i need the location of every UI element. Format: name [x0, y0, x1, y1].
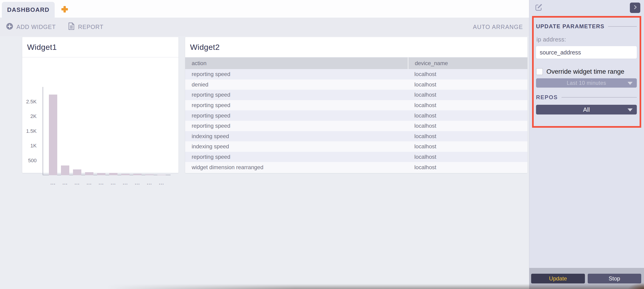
table-row[interactable]: indexing speedlocalhost [185, 131, 528, 142]
repos-value: All [583, 106, 590, 113]
cell-device-name: localhost [408, 164, 528, 170]
table-row[interactable]: reporting speedlocalhost [185, 90, 528, 100]
x-tick-label: ... [73, 180, 81, 186]
table-row[interactable]: widget dimension rearrangedlocalhost [185, 162, 528, 172]
chart-bar [49, 94, 57, 175]
cell-device-name: localhost [408, 81, 528, 88]
y-tick-label: 1.5K [26, 128, 36, 134]
cell-device-name: localhost [408, 154, 528, 160]
add-circle-icon [6, 23, 13, 31]
cell-action: reporting speed [185, 102, 408, 108]
chart-bar [145, 174, 154, 175]
auto-arrange-label: AUTO ARRANGE [473, 24, 523, 30]
table-row[interactable]: reporting speedlocalhost [185, 69, 528, 80]
edit-compose-icon[interactable] [534, 3, 543, 12]
cell-device-name: localhost [408, 102, 528, 108]
table-body: reporting speedlocalhostdeniedlocalhostr… [185, 69, 528, 172]
cell-action: denied [185, 81, 408, 88]
table-row[interactable]: reporting speedlocalhost [185, 110, 528, 121]
override-time-range-label: Override widget time range [546, 68, 624, 75]
update-button[interactable]: Update [531, 274, 585, 284]
y-tick-label: 500 [28, 158, 36, 164]
report-label: REPORT [78, 24, 104, 30]
tab-dashboard[interactable]: DASHBOARD [2, 2, 55, 18]
widget1-card[interactable]: Widget1 5001K1.5K2K2.5K ................… [22, 37, 178, 173]
ip-address-input[interactable] [536, 46, 637, 59]
cell-action: indexing speed [185, 133, 408, 140]
cell-action: reporting speed [185, 154, 408, 160]
table-row[interactable]: deniedlocalhost [185, 80, 528, 90]
x-tick-label: ... [145, 180, 154, 186]
chart-bars [43, 87, 166, 175]
x-tick-label: ... [133, 180, 142, 186]
y-tick-label: 2.5K [26, 99, 36, 105]
y-tick-label: 1K [30, 143, 36, 149]
table-header-device-name[interactable]: device_name [408, 58, 528, 69]
repos-dropdown[interactable]: All [536, 105, 637, 114]
chart-bar [157, 175, 166, 175]
x-tick-label: ... [61, 180, 69, 186]
table-row[interactable]: reporting speedlocalhost [185, 152, 528, 162]
override-time-range-checkbox[interactable] [536, 68, 543, 75]
override-time-range-row: Override widget time range [536, 68, 637, 75]
y-tick-label: 2K [30, 113, 36, 119]
caret-down-icon [628, 108, 633, 112]
time-range-dropdown[interactable]: Last 10 minutes [536, 78, 637, 88]
x-tick-label: ... [121, 180, 130, 186]
repos-title: REPOS [536, 94, 558, 100]
x-tick-label: ... [49, 180, 57, 186]
sidebar-footer: Update Stop [529, 268, 644, 289]
update-parameters-panel: UPDATE PARAMETERS ip address: Override w… [532, 16, 641, 128]
update-parameters-header: UPDATE PARAMETERS [536, 23, 637, 30]
add-widget-button[interactable]: ADD WIDGET [6, 23, 56, 31]
cell-action: reporting speed [185, 122, 408, 129]
ip-address-label: ip address: [536, 36, 637, 43]
main-area: DASHBOARD ADD WIDGET [0, 0, 529, 289]
report-document-icon [68, 22, 75, 32]
tab-dashboard-label: DASHBOARD [7, 6, 50, 14]
cell-action: reporting speed [185, 71, 408, 78]
section-divider-line [608, 26, 637, 27]
x-tick-label: ... [85, 180, 94, 186]
cell-action: indexing speed [185, 143, 408, 150]
chart-y-axis-labels: 5001K1.5K2K2.5K [22, 87, 40, 175]
time-range-value: Last 10 minutes [567, 80, 606, 86]
update-parameters-title: UPDATE PARAMETERS [536, 23, 604, 30]
x-tick-label: ... [97, 180, 106, 186]
widget2-title: Widget2 [185, 37, 528, 58]
app-window: DASHBOARD ADD WIDGET [0, 0, 644, 289]
stop-button[interactable]: Stop [588, 274, 642, 284]
table-row[interactable]: indexing speedlocalhost [185, 141, 528, 152]
x-tick-label: ... [157, 180, 166, 186]
new-tab-button[interactable] [55, 2, 74, 18]
tab-bar: DASHBOARD [0, 0, 529, 18]
chart-bar [73, 170, 81, 175]
chart-bar [97, 173, 106, 175]
caret-down-icon [628, 82, 633, 85]
table-row[interactable]: reporting speedlocalhost [185, 100, 528, 110]
table-row[interactable]: reporting speedlocalhost [185, 121, 528, 131]
chart-bar [133, 174, 142, 175]
dashboard-toolbar: ADD WIDGET REPORT AUTO ARRANGE [0, 18, 529, 36]
widget1-bar-chart: 5001K1.5K2K2.5K ........................… [22, 58, 178, 172]
cell-device-name: localhost [408, 122, 528, 129]
cell-device-name: localhost [408, 112, 528, 119]
section-divider-line [562, 97, 637, 98]
report-button[interactable]: REPORT [68, 22, 104, 32]
x-tick-label: ... [109, 180, 118, 186]
chart-bar [85, 172, 94, 175]
dashboard-canvas: Widget1 5001K1.5K2K2.5K ................… [0, 36, 529, 289]
cell-device-name: localhost [408, 92, 528, 98]
cell-device-name: localhost [408, 133, 528, 140]
cell-device-name: localhost [408, 71, 528, 78]
plus-icon [61, 6, 68, 14]
repos-header: REPOS [536, 94, 637, 100]
collapse-sidebar-button[interactable] [630, 2, 640, 13]
cell-action: widget dimension rearranged [185, 164, 408, 170]
widget2-card[interactable]: Widget2 action device_name reporting spe… [185, 37, 528, 173]
sidebar-top-bar [529, 0, 644, 15]
cell-device-name: localhost [408, 143, 528, 150]
table-header-action[interactable]: action [185, 60, 408, 66]
chart-bar [109, 173, 118, 175]
auto-arrange-button[interactable]: AUTO ARRANGE [473, 24, 523, 30]
